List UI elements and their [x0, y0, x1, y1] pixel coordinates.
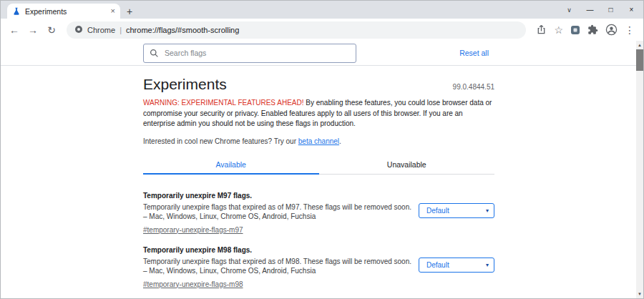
tab-available[interactable]: Available	[143, 155, 319, 175]
window-maximize-button[interactable]: □	[600, 1, 621, 19]
bookmark-star-icon[interactable]: ☆	[554, 25, 563, 35]
search-icon	[150, 49, 159, 58]
address-bar[interactable]: Chrome | chrome://flags/#smooth-scrollin…	[67, 21, 526, 39]
flask-favicon-icon	[12, 7, 21, 16]
extensions-puzzle-icon[interactable]	[587, 24, 598, 35]
omnibox-separator: |	[119, 26, 122, 34]
forward-icon[interactable]: →	[24, 21, 42, 39]
tab-search-chevron-icon[interactable]: ∨	[559, 1, 580, 19]
flag-select-dropdown[interactable]: Default ▾	[419, 258, 494, 273]
reload-icon[interactable]: ↻	[42, 21, 61, 39]
window-controls: ∨ — □ ×	[559, 1, 642, 19]
flags-toolbar: Reset all	[1, 41, 636, 66]
flags-content: Experiments 99.0.4844.51 WARNING: EXPERI…	[1, 67, 636, 298]
scroll-down-icon[interactable]: ▼	[636, 290, 643, 298]
browser-toolbar: ← → ↻ Chrome | chrome://flags/#smooth-sc…	[1, 19, 643, 41]
search-input[interactable]	[165, 49, 350, 57]
flag-select-dropdown[interactable]: Default ▾	[419, 203, 494, 218]
promo-prefix: Interested in cool new Chrome features? …	[143, 137, 298, 145]
chrome-page-icon	[74, 25, 83, 35]
flag-description: Temporarily unexpire flags that expired …	[143, 202, 414, 222]
promo-suffix: .	[339, 137, 341, 145]
window-minimize-button[interactable]: —	[580, 1, 600, 19]
flag-anchor-link[interactable]: #temporary-unexpire-flags-m98	[143, 280, 243, 288]
menu-kebab-icon[interactable]: ⋮	[625, 25, 635, 35]
page-title: Experiments	[143, 76, 227, 93]
search-box[interactable]	[143, 44, 356, 63]
tab-unavailable[interactable]: Unavailable	[319, 155, 495, 175]
version-label: 99.0.4844.51	[453, 83, 494, 91]
flag-anchor-link[interactable]: #temporary-unexpire-flags-m97	[143, 226, 243, 234]
flag-description: Temporarily unexpire flags that expired …	[143, 257, 414, 276]
scrollbar-thumb[interactable]	[636, 49, 643, 71]
new-tab-button[interactable]: +	[120, 4, 139, 19]
warning-emphasis: WARNING: EXPERIMENTAL FEATURES AHEAD!	[143, 99, 303, 107]
omnibox-url: chrome://flags/#smooth-scrolling	[126, 26, 239, 34]
window-close-button[interactable]: ×	[621, 1, 642, 19]
tabs-row: Available Unavailable	[143, 155, 494, 175]
beta-channel-link[interactable]: beta channel	[298, 137, 339, 145]
browser-tab[interactable]: Experiments ×	[7, 4, 120, 19]
warning-text: WARNING: EXPERIMENTAL FEATURES AHEAD! By…	[143, 98, 494, 129]
page-scrollbar[interactable]: ▲ ▼	[636, 41, 643, 298]
toolbar-actions: ☆ ⋮	[532, 24, 639, 36]
profile-avatar-icon[interactable]	[605, 24, 618, 36]
tab-strip: Experiments × + ∨ — □ ×	[1, 1, 643, 19]
flag-row-m98: Temporarily unexpire M98 flags. Temporar…	[143, 246, 494, 290]
flag-select-value: Default	[426, 207, 449, 215]
tab-title: Experiments	[25, 7, 107, 16]
flag-title: Temporarily unexpire M97 flags.	[143, 192, 414, 200]
back-icon[interactable]: ←	[5, 21, 24, 39]
promo-text: Interested in cool new Chrome features? …	[143, 137, 494, 145]
scroll-up-icon[interactable]: ▲	[636, 41, 643, 49]
tab-close-icon[interactable]: ×	[111, 7, 115, 15]
flag-row-m97: Temporarily unexpire M97 flags. Temporar…	[143, 192, 494, 235]
flag-select-value: Default	[426, 261, 449, 269]
omnibox-chip: Chrome	[87, 26, 115, 34]
share-icon[interactable]	[536, 24, 547, 35]
flags-list: Temporarily unexpire M97 flags. Temporar…	[143, 192, 494, 290]
chevron-down-icon: ▾	[486, 262, 489, 268]
chevron-down-icon: ▾	[486, 207, 489, 214]
reset-all-button[interactable]: Reset all	[454, 45, 494, 61]
extension-action-icon[interactable]	[570, 25, 580, 35]
flag-title: Temporarily unexpire M98 flags.	[143, 246, 414, 254]
